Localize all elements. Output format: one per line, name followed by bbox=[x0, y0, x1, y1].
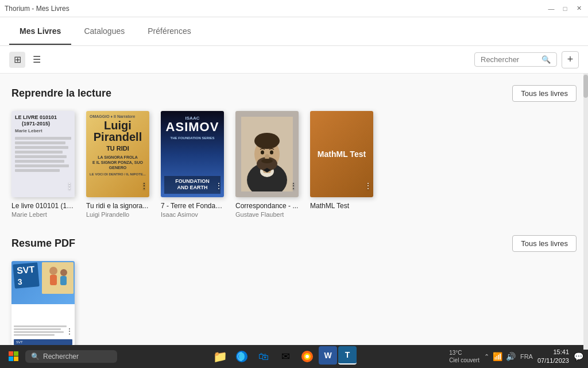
kids-svg bbox=[42, 262, 74, 294]
toolbar: ⊞ ☰ 🔍 + bbox=[0, 46, 588, 74]
taskbar-app-files[interactable]: 📁 bbox=[210, 346, 230, 367]
resume-pdf-title: Resume PDF bbox=[11, 237, 75, 250]
taskbar-app-mail[interactable]: ✉ bbox=[275, 346, 296, 367]
svg-rect-20 bbox=[14, 356, 18, 361]
book-info-4: Correspondance - ... Gustave Flaubert bbox=[235, 202, 299, 218]
book-info-1: Le livre 010101 (19... Marie Lebert bbox=[11, 202, 75, 218]
book-item-5[interactable]: MathML Test MathML Test bbox=[310, 111, 373, 211]
book-author-1: Marie Lebert bbox=[11, 211, 75, 218]
svg-point-22 bbox=[239, 352, 245, 361]
tray-up-icon[interactable]: ⌃ bbox=[484, 353, 489, 361]
main-content: Reprendre la lecture Tous les livres LE … bbox=[0, 74, 588, 345]
taskbar: 🔍 Rechercher 📁 🛍 ✉ W T 13°C C bbox=[0, 345, 588, 368]
portrait-svg bbox=[241, 117, 293, 191]
list-item: OMAGGIO ♦ Il Narratore LuigiPirandell TU… bbox=[86, 111, 149, 218]
edge-icon bbox=[235, 350, 248, 363]
taskbar-app-store[interactable]: 🛍 bbox=[253, 346, 274, 367]
book-menu-3[interactable]: ⋮ bbox=[215, 181, 223, 190]
taskbar-app-firefox[interactable] bbox=[297, 346, 318, 367]
cover-title-1: LE LIVRE 010101(1971-2015) bbox=[15, 114, 57, 127]
book-title-2: Tu ridi e la signora... bbox=[86, 202, 149, 210]
cover-more: LE VOCI DI DENTRO / IL NIPOTE... bbox=[90, 172, 146, 176]
book-title-5: MathML Test bbox=[310, 202, 373, 210]
taskbar-app-thorium[interactable]: T bbox=[338, 346, 357, 365]
taskbar-clock[interactable]: 15:41 07/11/2023 bbox=[537, 348, 569, 366]
tab-catalogues[interactable]: Catalogues bbox=[74, 18, 135, 45]
svg-point-25 bbox=[305, 355, 309, 358]
book-menu-5[interactable]: ⋮ bbox=[364, 181, 372, 190]
cover-omaggio: OMAGGIO ♦ Il Narratore bbox=[90, 114, 135, 118]
svg-rect-18 bbox=[14, 351, 18, 356]
search-input[interactable] bbox=[481, 55, 538, 64]
pdf-image-placeholder bbox=[42, 262, 74, 294]
tab-preferences[interactable]: Préférences bbox=[137, 18, 201, 45]
book-item-3[interactable]: ISAAC ASIMOV THE FOUNDATION SERIES FOUND… bbox=[161, 111, 224, 218]
cover-foundation-label: THE FOUNDATION SERIES bbox=[171, 136, 215, 140]
svg-rect-14 bbox=[50, 275, 57, 285]
taskbar-search[interactable]: 🔍 Rechercher bbox=[25, 350, 117, 363]
book-title-1: Le livre 010101 (19... bbox=[11, 202, 75, 210]
taskbar-app-word[interactable]: W bbox=[319, 346, 337, 365]
resume-pdf-header: Resume PDF Tous les livres bbox=[11, 235, 577, 252]
svg-rect-12 bbox=[42, 262, 74, 294]
search-icon: 🔍 bbox=[541, 55, 551, 64]
book-menu-4[interactable]: ⋮ bbox=[289, 181, 297, 190]
view-toggle: ⊞ ☰ bbox=[9, 52, 45, 68]
book-item-4[interactable]: Correspondance - ... Gustave Flaubert bbox=[235, 111, 299, 218]
book-menu-2[interactable]: ⋮ bbox=[140, 181, 148, 190]
grid-view-button[interactable]: ⊞ bbox=[9, 52, 25, 68]
clock-date: 07/11/2023 bbox=[537, 356, 569, 365]
svg-point-6 bbox=[254, 133, 280, 149]
weather-desc: Ciel couvert bbox=[449, 356, 479, 364]
list-item: SVT3 bbox=[11, 261, 75, 345]
maximize-button[interactable]: □ bbox=[560, 4, 570, 13]
add-book-button[interactable]: + bbox=[562, 51, 579, 68]
reprendre-header: Reprendre la lecture Tous les livres bbox=[11, 85, 577, 102]
tab-mes-livres[interactable]: Mes Livres bbox=[9, 18, 71, 45]
pdf-line bbox=[14, 334, 55, 336]
window-title: Thorium - Mes Livres bbox=[5, 5, 69, 13]
list-view-button[interactable]: ☰ bbox=[29, 52, 45, 68]
scrollbar-track bbox=[583, 74, 588, 350]
pdf-menu-1[interactable]: ⋮ bbox=[65, 327, 74, 336]
taskbar-right: 13°C Ciel couvert ⌃ 📶 🔊 FRA 15:41 07/11/… bbox=[449, 348, 583, 366]
cover-foundation-earth: FOUNDATIONAND EARTH bbox=[164, 176, 220, 194]
book-info-2: Tu ridi e la signora... Luigi Pirandello bbox=[86, 202, 149, 218]
taskbar-apps: 📁 🛍 ✉ W T bbox=[119, 346, 447, 367]
reprendre-title: Reprendre la lecture bbox=[11, 87, 111, 99]
cover-asimov: ASIMOV bbox=[166, 121, 219, 133]
list-item: ISAAC ASIMOV THE FOUNDATION SERIES FOUND… bbox=[161, 111, 224, 218]
clock-time: 15:41 bbox=[537, 348, 569, 356]
list-item: MathML Test MathML Test ⋮ bbox=[310, 111, 373, 218]
taskbar-tray: ⌃ 📶 🔊 bbox=[484, 352, 516, 361]
resume-pdf-all-books-button[interactable]: Tous les livres bbox=[512, 235, 577, 252]
titlebar: Thorium - Mes Livres — □ ✕ bbox=[0, 0, 588, 17]
tray-volume-icon[interactable]: 🔊 bbox=[506, 352, 516, 361]
book-item-2[interactable]: OMAGGIO ♦ Il Narratore LuigiPirandell TU… bbox=[86, 111, 149, 218]
book-author-4: Gustave Flaubert bbox=[235, 211, 299, 218]
pdf-bottom-area: SVT bbox=[11, 304, 75, 345]
start-button[interactable] bbox=[5, 347, 23, 366]
book-author-2: Luigi Pirandello bbox=[86, 211, 149, 218]
notification-icon[interactable]: 💬 bbox=[574, 352, 583, 361]
taskbar-search-icon: 🔍 bbox=[31, 352, 40, 361]
taskbar-app-browser[interactable] bbox=[231, 346, 252, 367]
close-button[interactable]: ✕ bbox=[574, 4, 583, 13]
book-item-1[interactable]: LE LIVRE 010101(1971-2015) Marie Lebert bbox=[11, 111, 75, 218]
minimize-button[interactable]: — bbox=[547, 4, 556, 13]
pdf-line bbox=[14, 328, 61, 330]
reprendre-all-books-button[interactable]: Tous les livres bbox=[512, 85, 577, 102]
book-menu-1[interactable]: ⋮ bbox=[65, 181, 74, 190]
svg-rect-17 bbox=[9, 351, 13, 356]
cover-bottom-area: FOUNDATIONAND EARTH bbox=[164, 140, 220, 194]
tray-network-icon[interactable]: 📶 bbox=[493, 352, 502, 361]
search-box: 🔍 bbox=[474, 52, 557, 67]
book-author-3: Isaac Asimov bbox=[161, 211, 224, 218]
navbar: Mes Livres Catalogues Préférences bbox=[0, 17, 588, 46]
svg-rect-16 bbox=[60, 276, 67, 285]
language-indicator[interactable]: FRA bbox=[520, 353, 533, 360]
scrollbar-thumb[interactable] bbox=[583, 75, 588, 98]
cover-luigi: LuigiPirandell bbox=[94, 120, 142, 143]
taskbar-search-label: Rechercher bbox=[43, 352, 79, 361]
cover-subtitle: LA SIGNORA FROLAE IL SIGNOR PONZA, SUO G… bbox=[90, 155, 146, 170]
